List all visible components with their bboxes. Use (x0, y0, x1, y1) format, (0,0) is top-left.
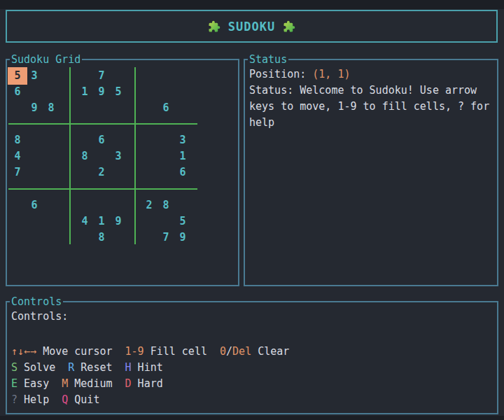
control-segment: M (62, 377, 68, 390)
control-segment: 1-9 (125, 345, 144, 358)
controls-heading: Controls: (11, 309, 493, 325)
grid-cell-r4c9[interactable]: 3 (174, 132, 191, 148)
position-value: (1, 1) (312, 68, 350, 80)
control-segment: H (125, 361, 132, 374)
control-segment: Q (62, 393, 68, 406)
grid-cell-r7c2[interactable]: 6 (26, 197, 43, 214)
control-segment: Medium (68, 377, 125, 390)
grid-cell-r7c7[interactable]: 2 (141, 197, 158, 214)
top-strip (0, 0, 504, 9)
controls-body: Controls: ↑↓←→ Move cursor 1-9 Fill cell… (11, 309, 493, 408)
controls-panel-title: Controls (10, 295, 63, 309)
control-segment: Del (232, 345, 251, 358)
control-segment: Solve (18, 361, 68, 374)
grid-cell-r5c1[interactable]: 4 (9, 148, 26, 164)
grid-cell-r1c2[interactable]: 3 (26, 68, 43, 84)
position-line: Position: (1, 1) (249, 66, 498, 83)
control-segment: Quit (68, 393, 99, 406)
control-segment: ? (11, 393, 18, 406)
grid-cell-r8c6[interactable]: 9 (110, 214, 127, 230)
grid-cell-r4c1[interactable]: 8 (9, 132, 26, 148)
grid-cell-r8c5[interactable]: 1 (93, 214, 110, 230)
status-panel: Status Position: (1, 1) Status: Welcome … (244, 59, 498, 286)
grid-cell-r5c4[interactable]: 8 (76, 148, 93, 164)
grid-cell-r1c5[interactable]: 7 (93, 68, 110, 84)
grid-cell-r4c5[interactable]: 6 (93, 132, 110, 148)
control-segment: Easy (18, 377, 62, 390)
control-line: S Solve R Reset H Hint (11, 360, 493, 376)
title-bar: SUDOKU (6, 10, 498, 43)
control-line: ↑↓←→ Move cursor 1-9 Fill cell 0/Del Cle… (11, 344, 493, 360)
grid-cell-r9c8[interactable]: 7 (158, 230, 174, 246)
grid-cell-r3c8[interactable]: 6 (158, 100, 174, 116)
grid-cell-r2c1[interactable]: 6 (9, 84, 26, 100)
box-separator-horizontal (8, 188, 197, 190)
box-separator-horizontal (8, 123, 197, 125)
control-segment: Hard (132, 377, 163, 390)
grid-cell-r2c5[interactable]: 9 (93, 84, 110, 100)
control-segment: Clear (251, 345, 289, 358)
control-lines: ↑↓←→ Move cursor 1-9 Fill cell 0/Del Cle… (11, 344, 493, 408)
control-segment: Fill cell (144, 345, 220, 358)
control-line: ? Help Q Quit (11, 392, 493, 408)
grid-cell-r9c5[interactable]: 8 (93, 230, 110, 246)
grid-cell-r8c9[interactable]: 5 (174, 214, 191, 230)
grid-cell-r3c3[interactable]: 8 (43, 100, 59, 116)
controls-panel: Controls Controls: ↑↓←→ Move cursor 1-9 … (6, 301, 498, 414)
control-segment: S (11, 361, 18, 374)
app-screen: SUDOKU Sudoku Grid 537619598686348317266… (0, 0, 504, 420)
grid-cell-r6c1[interactable]: 7 (9, 164, 26, 181)
puzzle-piece-icon (208, 20, 220, 33)
grid-cell-r5c9[interactable]: 1 (174, 148, 191, 164)
control-segment: / (226, 345, 232, 358)
control-segment: Reset (74, 361, 125, 374)
status-message: Status: Welcome to Sudoku! Use arrow key… (249, 83, 498, 131)
box-separator-vertical (134, 67, 136, 244)
control-segment: Hint (132, 361, 163, 374)
blank-line (11, 325, 493, 341)
control-segment: E (11, 377, 18, 390)
grid-cell-r5c6[interactable]: 3 (110, 148, 127, 164)
grid-cell-r6c9[interactable]: 6 (174, 164, 191, 181)
grid-cell-r6c5[interactable]: 2 (93, 164, 110, 181)
status-panel-title: Status (248, 52, 288, 66)
grid-cell-r7c8[interactable]: 8 (158, 197, 174, 214)
app-title: SUDOKU (228, 20, 275, 34)
status-body: Position: (1, 1) Status: Welcome to Sudo… (249, 66, 498, 131)
grid-cell-r2c4[interactable]: 1 (76, 84, 93, 100)
control-segment: Help (18, 393, 62, 406)
grid-cell-r1c1[interactable]: 5 (8, 67, 27, 85)
grid-cell-r8c4[interactable]: 4 (76, 214, 93, 230)
position-label: Position: (249, 68, 312, 80)
control-segment: R (68, 361, 74, 374)
control-segment: D (125, 377, 132, 390)
grid-cell-r9c9[interactable]: 9 (174, 230, 191, 246)
control-line: E Easy M Medium D Hard (11, 376, 493, 392)
control-segment: 0 (220, 345, 226, 358)
box-separator-vertical (69, 67, 71, 244)
control-segment: ↑↓←→ (11, 345, 36, 358)
sudoku-grid[interactable]: 537619598686348317266284195879 (7, 60, 238, 285)
grid-cell-r3c2[interactable]: 9 (26, 100, 43, 116)
puzzle-piece-icon (283, 20, 295, 33)
control-segment: Move cursor (36, 345, 125, 358)
grid-cell-r2c6[interactable]: 5 (110, 84, 127, 100)
bottom-strip (0, 416, 504, 420)
sudoku-grid-panel: Sudoku Grid 5376195986863483172662841958… (6, 59, 239, 286)
